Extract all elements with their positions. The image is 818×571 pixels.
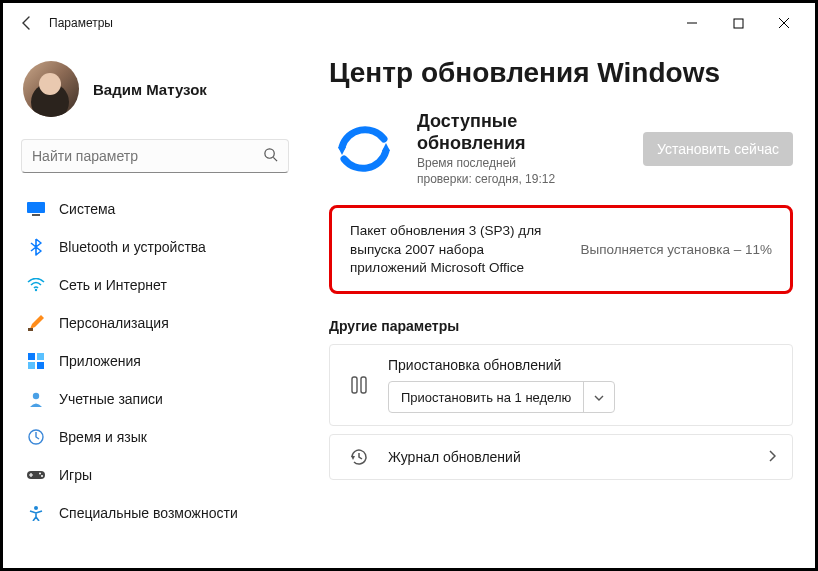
svg-rect-11: [37, 362, 44, 369]
svg-rect-20: [352, 377, 357, 393]
pause-updates-card[interactable]: Приостановка обновлений Приостановить на…: [329, 344, 793, 426]
minimize-button[interactable]: [669, 7, 715, 39]
updates-title: Доступные обновления: [417, 111, 625, 154]
sidebar-item-label: Сеть и Интернет: [59, 277, 167, 293]
gamepad-icon: [27, 466, 45, 484]
sidebar-item-label: Bluetooth и устройства: [59, 239, 206, 255]
svg-point-15: [39, 473, 41, 475]
sidebar-item-system[interactable]: Система: [17, 191, 293, 227]
sidebar-item-label: Специальные возможности: [59, 505, 238, 521]
clock-globe-icon: [27, 428, 45, 446]
pending-update-row: Пакет обновления 3 (SP3) для выпуска 200…: [329, 205, 793, 294]
svg-rect-5: [32, 214, 40, 216]
sidebar-item-label: Игры: [59, 467, 92, 483]
sidebar-item-gaming[interactable]: Игры: [17, 457, 293, 493]
pause-card-title: Приостановка обновлений: [388, 357, 776, 373]
sidebar-item-network[interactable]: Сеть и Интернет: [17, 267, 293, 303]
page-title: Центр обновления Windows: [329, 57, 793, 89]
sidebar-item-label: Персонализация: [59, 315, 169, 331]
profile-block[interactable]: Вадим Матузок: [17, 51, 293, 135]
svg-marker-22: [351, 456, 355, 460]
sidebar-item-label: Учетные записи: [59, 391, 163, 407]
pending-update-status: Выполняется установка – 11%: [580, 242, 772, 257]
svg-marker-19: [382, 143, 390, 151]
pause-icon: [346, 375, 372, 395]
other-params-label: Другие параметры: [329, 318, 793, 334]
search-input[interactable]: [32, 148, 263, 164]
monitor-icon: [27, 200, 45, 218]
svg-point-16: [41, 475, 43, 477]
window-title: Параметры: [49, 16, 113, 30]
search-icon: [263, 147, 278, 165]
updates-subtitle: Время последней проверки: сегодня, 19:12: [417, 156, 625, 187]
chevron-right-icon: [768, 449, 776, 465]
pause-select-label: Приостановить на 1 неделю: [389, 383, 583, 412]
sidebar-item-label: Время и язык: [59, 429, 147, 445]
search-input-wrapper[interactable]: [21, 139, 289, 173]
maximize-button[interactable]: [715, 7, 761, 39]
close-button[interactable]: [761, 7, 807, 39]
back-button[interactable]: [11, 7, 43, 39]
svg-rect-8: [28, 353, 35, 360]
sidebar-item-apps[interactable]: Приложения: [17, 343, 293, 379]
history-card-title: Журнал обновлений: [388, 449, 752, 465]
svg-rect-1: [734, 19, 743, 28]
wifi-icon: [27, 276, 45, 294]
svg-point-17: [34, 506, 38, 510]
svg-point-2: [265, 149, 274, 158]
sidebar-item-bluetooth[interactable]: Bluetooth и устройства: [17, 229, 293, 265]
sidebar-item-accounts[interactable]: Учетные записи: [17, 381, 293, 417]
chevron-down-icon: [583, 382, 614, 412]
person-icon: [27, 390, 45, 408]
svg-line-3: [273, 157, 277, 161]
svg-rect-9: [37, 353, 44, 360]
sidebar-item-timelang[interactable]: Время и язык: [17, 419, 293, 455]
pending-update-name: Пакет обновления 3 (SP3) для выпуска 200…: [350, 222, 564, 277]
avatar: [23, 61, 79, 117]
update-sync-icon: [329, 114, 399, 184]
sidebar-item-personalization[interactable]: Персонализация: [17, 305, 293, 341]
apps-icon: [27, 352, 45, 370]
history-icon: [346, 447, 372, 467]
brush-icon: [27, 314, 45, 332]
sidebar-item-label: Приложения: [59, 353, 141, 369]
accessibility-icon: [27, 504, 45, 522]
user-name: Вадим Матузок: [93, 81, 207, 98]
svg-rect-7: [28, 328, 33, 331]
sidebar-item-label: Система: [59, 201, 115, 217]
svg-marker-18: [338, 147, 346, 155]
svg-rect-4: [27, 202, 45, 213]
svg-rect-21: [361, 377, 366, 393]
pause-duration-select[interactable]: Приостановить на 1 неделю: [388, 381, 615, 413]
svg-point-12: [33, 393, 39, 399]
install-now-button[interactable]: Установить сейчас: [643, 132, 793, 166]
update-history-card[interactable]: Журнал обновлений: [329, 434, 793, 480]
bluetooth-icon: [27, 238, 45, 256]
svg-rect-10: [28, 362, 35, 369]
sidebar-item-accessibility[interactable]: Специальные возможности: [17, 495, 293, 531]
svg-point-6: [35, 289, 37, 291]
